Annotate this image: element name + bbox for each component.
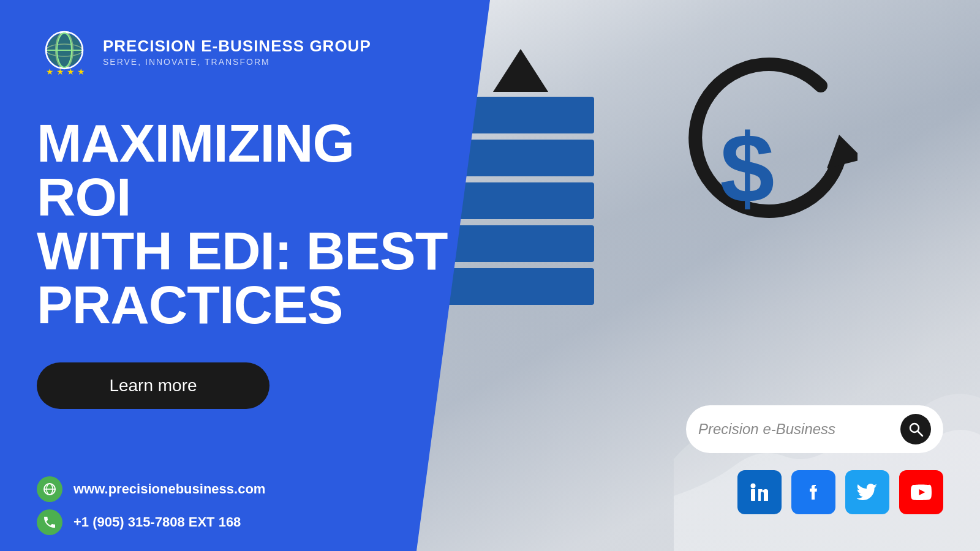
page-container: ★ ★ ★ ★ PRECISION E-BUSINESS GROUP SERVE…: [0, 0, 980, 551]
search-button[interactable]: [900, 414, 931, 444]
linkedin-icon[interactable]: [737, 470, 782, 514]
twitter-icon[interactable]: [845, 470, 889, 514]
globe-contact-icon: [37, 476, 62, 502]
logo-area: ★ ★ ★ ★ PRECISION E-BUSINESS GROUP SERVE…: [37, 24, 453, 80]
company-logo: ★ ★ ★ ★: [37, 24, 92, 80]
headline-line1: MAXIMIZING ROI: [37, 116, 453, 224]
website-url: www.precisionebusiness.com: [74, 481, 265, 497]
search-bar[interactable]: Precision e-Business: [686, 405, 943, 453]
svg-point-22: [751, 484, 756, 489]
up-arrow-icon: [493, 49, 548, 92]
left-panel: ★ ★ ★ ★ PRECISION E-BUSINESS GROUP SERVE…: [0, 0, 490, 551]
svg-line-20: [918, 431, 922, 436]
svg-marker-17: [827, 135, 858, 168]
company-name: PRECISION E-BUSINESS GROUP: [103, 37, 371, 55]
youtube-icon[interactable]: [899, 470, 943, 514]
svg-text:$: $: [720, 113, 775, 223]
bar-4: [447, 225, 594, 262]
learn-more-button[interactable]: Learn more: [37, 362, 270, 409]
bar-3: [447, 182, 594, 219]
main-headline: MAXIMIZING ROI WITH EDI: BEST PRACTICES: [37, 116, 453, 332]
contact-info: www.precisionebusiness.com +1 (905) 315-…: [37, 476, 453, 535]
svg-rect-21: [751, 489, 755, 501]
bar-5: [447, 268, 594, 305]
website-contact: www.precisionebusiness.com: [37, 476, 453, 502]
social-icons-row: [737, 470, 943, 514]
search-placeholder: Precision e-Business: [698, 421, 894, 438]
phone-number: +1 (905) 315-7808 EXT 168: [74, 514, 241, 530]
facebook-icon[interactable]: [791, 470, 835, 514]
headline-line2: WITH EDI: BEST: [37, 224, 453, 278]
circular-roi-graphic: $: [662, 37, 858, 272]
logo-text: PRECISION E-BUSINESS GROUP SERVE, INNOVA…: [103, 37, 371, 67]
svg-text:★ ★ ★ ★: ★ ★ ★ ★: [46, 67, 85, 77]
phone-contact-icon: [37, 509, 62, 535]
headline-line3: PRACTICES: [37, 278, 453, 332]
company-tagline: SERVE, INNOVATE, TRANSFORM: [103, 57, 371, 67]
phone-contact: +1 (905) 315-7808 EXT 168: [37, 509, 453, 535]
